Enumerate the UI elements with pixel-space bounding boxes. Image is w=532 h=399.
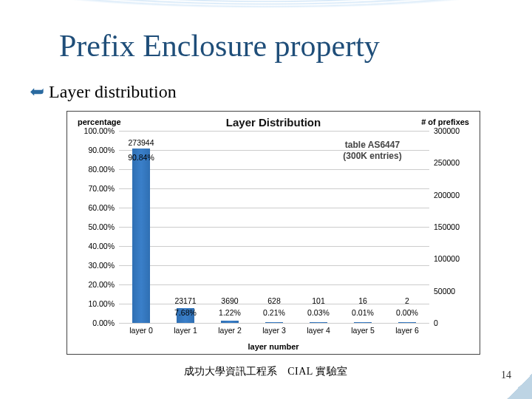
ytick-left: 50.00% (75, 222, 115, 231)
bar-column (296, 131, 341, 323)
slide-title: Prefix Enclosure property (59, 28, 380, 64)
footer-right: CIAL 實驗室 (287, 366, 348, 377)
ytick-left: 80.00% (75, 165, 115, 174)
bar-pct-label: 0.01% (341, 308, 385, 317)
bar-count-label: 273944 (119, 138, 163, 147)
ytick-left: 10.00% (75, 299, 115, 308)
bar-column (341, 131, 385, 323)
bar-count-label: 101 (296, 296, 341, 305)
bar-pct-label: 1.22% (208, 308, 252, 317)
ytick-right: 250000 (434, 158, 471, 167)
chart-title: Layer Distribution (67, 116, 480, 129)
xtick: layer 1 (163, 326, 208, 335)
page-curl-icon (507, 374, 532, 399)
xtick: layer 0 (119, 326, 163, 335)
ytick-right: 50000 (434, 287, 471, 296)
footer-left: 成功大學資訊工程系 (184, 366, 277, 377)
ytick-right: 150000 (434, 222, 471, 231)
ytick-right: 100000 (434, 254, 471, 263)
ytick-left: 70.00% (75, 184, 115, 193)
decorative-wave (0, 0, 532, 30)
bar (132, 149, 150, 323)
bar-column (252, 131, 296, 323)
bar-count-label: 16 (341, 296, 385, 305)
bar-count-label: 23171 (163, 296, 208, 305)
ytick-right: 0 (434, 318, 471, 327)
bar-pct-label: 7.68% (163, 308, 208, 317)
x-axis-label: layer number (67, 342, 480, 351)
ytick-left: 30.00% (75, 261, 115, 270)
xtick: layer 3 (252, 326, 296, 335)
bar (310, 322, 327, 323)
bar-column (163, 131, 208, 323)
ytick-left: 100.00% (75, 126, 115, 135)
bar-pct-label: 0.00% (385, 308, 429, 317)
ytick-right: 300000 (434, 126, 471, 135)
bar-count-label: 2 (385, 296, 429, 305)
bar-column (385, 131, 429, 323)
ytick-left: 20.00% (75, 280, 115, 289)
xtick: layer 5 (341, 326, 385, 335)
bar (265, 322, 283, 323)
chart-container: Layer Distribution percentage # of prefi… (66, 111, 480, 355)
bar-count-label: 3690 (208, 296, 252, 305)
xtick: layer 2 (208, 326, 252, 335)
bar (398, 322, 416, 323)
bar-pct-label: 0.21% (252, 308, 296, 317)
xtick: layer 4 (296, 326, 341, 335)
ytick-left: 60.00% (75, 203, 115, 212)
footer-text: 成功大學資訊工程系 CIAL 實驗室 (0, 365, 532, 378)
bar (221, 321, 239, 323)
bar-count-label: 628 (252, 296, 296, 305)
right-axis-label: # of prefixes (421, 117, 469, 126)
ytick-left: 40.00% (75, 242, 115, 250)
left-axis-label: percentage (78, 117, 121, 126)
slide-subtitle: Layer distribution (30, 81, 177, 102)
ytick-left: 90.00% (75, 146, 115, 154)
ytick-right: 200000 (434, 191, 471, 200)
plot-area: 0.00%10.00%20.00%30.00%40.00%50.00%60.00… (119, 131, 429, 323)
gridline (119, 323, 429, 324)
ytick-left: 0.00% (75, 318, 115, 327)
bar-pct-label: 0.03% (296, 308, 341, 317)
bar-column (208, 131, 252, 323)
bar (354, 322, 372, 323)
bar-pct-label: 90.84% (119, 153, 163, 162)
xtick: layer 6 (385, 326, 429, 335)
